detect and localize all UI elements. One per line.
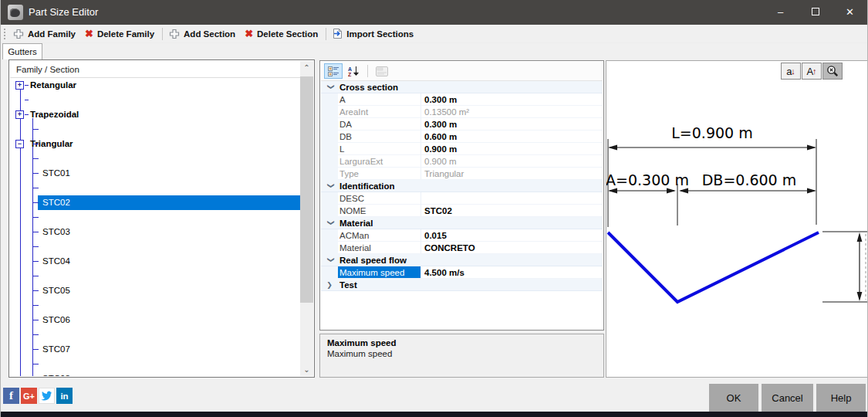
tree-item-stc02[interactable]: STC02: [10, 195, 300, 210]
toolbar-button-delete-section[interactable]: ✖Delete Section: [241, 27, 323, 40]
property-row-gutter: [321, 118, 338, 131]
property-row-material[interactable]: MaterialCONCRETO: [321, 242, 603, 254]
expand-plus-icon[interactable]: +: [15, 110, 24, 119]
tree-connector-line: [32, 320, 39, 320]
add-icon: [13, 29, 24, 39]
tree-item-triangular[interactable]: −Triangular: [10, 137, 300, 151]
zoom-reset-button[interactable]: [822, 63, 843, 80]
alphabetical-sort-button[interactable]: A Z: [344, 63, 363, 79]
twitter-icon[interactable]: [39, 388, 55, 404]
property-category-material[interactable]: ❮Material: [321, 217, 603, 229]
property-value[interactable]: 4.500 m/s: [421, 266, 603, 279]
property-value[interactable]: STC02: [421, 205, 603, 217]
facebook-icon[interactable]: f: [3, 388, 19, 404]
chevron-right-icon[interactable]: ❯: [321, 279, 338, 290]
svg-text:Z: Z: [348, 72, 352, 77]
app-icon: [8, 5, 23, 20]
property-row-larguraext[interactable]: LarguraExt0.900 m: [321, 155, 603, 168]
property-grid-panel: A Z ❮Cross sectionA0.300 mAreaInt0.13500…: [319, 60, 604, 331]
tree-item-retangular[interactable]: +Retangular: [10, 78, 300, 93]
property-description-box: Maximum speed Maximum speed: [319, 334, 604, 378]
scroll-down-icon[interactable]: ⌄: [300, 363, 313, 376]
tree-item-stc08[interactable]: STC08: [10, 371, 300, 376]
property-row-a[interactable]: A0.300 m: [321, 93, 603, 106]
property-category-real-speed-flow[interactable]: ❮Real speed flow: [321, 254, 603, 266]
dim-label-L: L=0.900 m: [671, 124, 752, 141]
scroll-up-icon[interactable]: ⌃: [300, 61, 313, 74]
font-decrease-button[interactable]: a↓: [781, 63, 801, 80]
maximize-button[interactable]: [798, 0, 833, 25]
toolbar-button-add-family[interactable]: Add Family: [9, 27, 81, 41]
tree-item-label: STC01: [40, 166, 73, 181]
tree-item-trapezoidal[interactable]: +Trapezoidal: [10, 107, 300, 122]
tree-connector-line: [32, 364, 39, 364]
ok-button[interactable]: OK: [709, 384, 758, 412]
property-row-l[interactable]: L0.900 m: [321, 143, 603, 155]
categorized-icon: [328, 66, 339, 76]
linkedin-icon[interactable]: in: [56, 388, 73, 404]
property-row-desc[interactable]: DESC: [321, 192, 603, 205]
property-row-nome[interactable]: NOMESTC02: [321, 205, 603, 217]
toolbar-grip[interactable]: [3, 28, 6, 40]
collapse-minus-icon[interactable]: −: [15, 140, 24, 148]
tree-column-header[interactable]: Family / Section: [10, 61, 300, 78]
dim-label-DB: DB=0.600 m: [702, 171, 797, 188]
tree-item-label: STC03: [40, 225, 73, 239]
toolbar-button-delete-family[interactable]: ✖Delete Family: [81, 27, 160, 40]
property-value[interactable]: Triangular: [421, 168, 603, 180]
tree-item-stc06[interactable]: STC06: [10, 313, 300, 327]
dim-label-A: A=0.300 m: [606, 171, 689, 188]
property-row-gutter: [321, 106, 338, 118]
property-category-identification[interactable]: ❮Identification: [321, 180, 603, 192]
tree-item-stc01[interactable]: STC01: [10, 166, 300, 181]
property-row-type[interactable]: TypeTriangular: [321, 168, 603, 180]
property-value[interactable]: 0.300 m: [421, 93, 603, 106]
property-category-cross-section[interactable]: ❮Cross section: [321, 81, 603, 93]
toolbar-button-label: Delete Family: [97, 29, 154, 39]
google-plus-icon[interactable]: G+: [21, 388, 37, 404]
property-row-db[interactable]: DB0.600 m: [321, 131, 603, 143]
property-grid-toolbar: A Z: [321, 62, 603, 81]
expand-plus-icon[interactable]: +: [15, 81, 24, 90]
property-row-da[interactable]: DA0.300 m: [321, 118, 603, 131]
tree-item-stc03[interactable]: STC03: [10, 225, 300, 239]
close-button[interactable]: ✕: [833, 0, 867, 25]
property-row-gutter: [321, 229, 338, 242]
property-value[interactable]: 0.015: [421, 229, 603, 242]
property-name: A: [338, 93, 421, 106]
property-value[interactable]: [421, 192, 603, 205]
tree-connector-line: [32, 188, 39, 188]
categorized-view-button[interactable]: [324, 63, 343, 79]
toolbar-separator: [162, 28, 163, 40]
property-row-maximum-speed[interactable]: Maximum speed4.500 m/s: [321, 266, 603, 279]
property-value[interactable]: 0.900 m: [421, 155, 603, 168]
tab-gutters[interactable]: Gutters: [2, 43, 42, 59]
property-value[interactable]: CONCRETO: [421, 242, 603, 254]
property-row-areaint[interactable]: AreaInt0.13500 m²: [321, 106, 603, 118]
property-category-test[interactable]: ❯Test: [321, 279, 603, 291]
toolbar-button-label: Add Section: [184, 29, 235, 39]
property-value[interactable]: 0.600 m: [421, 131, 603, 143]
minimize-button[interactable]: –: [763, 0, 798, 25]
toolbar-button-add-section[interactable]: Add Section: [165, 27, 241, 41]
toolbar-button-import-sections[interactable]: Import Sections: [329, 26, 419, 41]
tree-connector-line: [32, 129, 39, 130]
property-value[interactable]: 0.900 m: [421, 143, 603, 155]
tree-item-stc04[interactable]: STC04: [10, 254, 300, 269]
category-label: Real speed flow: [338, 254, 407, 266]
description-title: Maximum speed: [327, 338, 596, 348]
property-value[interactable]: 0.300 m: [421, 118, 603, 131]
font-increase-button[interactable]: A↑: [802, 63, 822, 80]
scrollbar-thumb[interactable]: [300, 76, 313, 303]
tree-item-stc07[interactable]: STC07: [10, 342, 300, 357]
cancel-button[interactable]: Cancel: [762, 384, 813, 412]
section-diagram-panel: L=0.900 m A=0.300 m DB=0.600 m: [606, 60, 868, 378]
property-row-acman[interactable]: ACMan0.015: [321, 229, 603, 242]
tree-item-stc05[interactable]: STC05: [10, 283, 300, 298]
tree-scrollbar[interactable]: ⌃ ⌄: [300, 61, 313, 376]
help-button[interactable]: Help: [816, 384, 866, 412]
tree-connector-line: [32, 144, 39, 144]
tree-connector-line: [32, 349, 39, 350]
tree-connector-line: [32, 118, 33, 376]
property-value[interactable]: 0.13500 m²: [421, 106, 603, 118]
